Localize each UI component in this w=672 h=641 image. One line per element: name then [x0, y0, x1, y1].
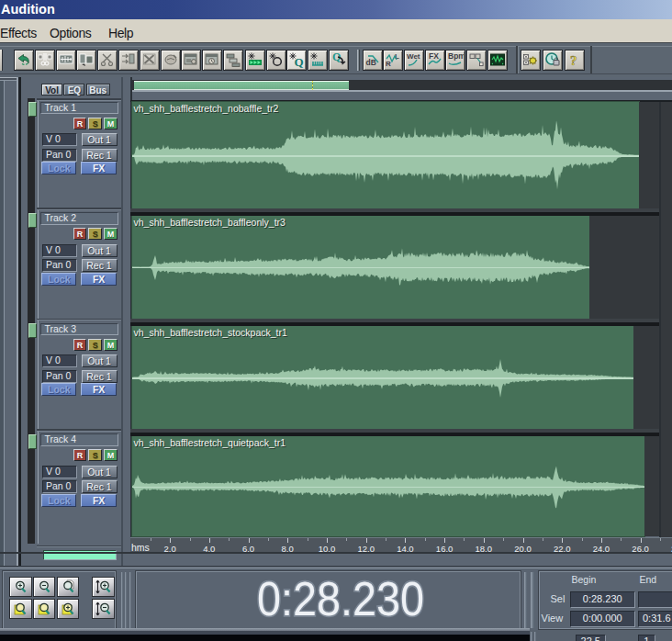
svg-text:0:28.230: 0:28.230: [256, 571, 423, 624]
